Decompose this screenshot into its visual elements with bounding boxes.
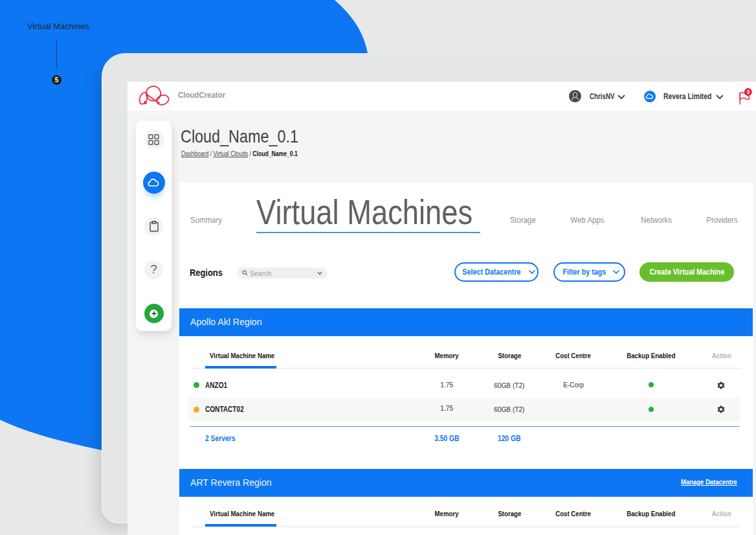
svg-text:3: 3	[746, 89, 750, 95]
